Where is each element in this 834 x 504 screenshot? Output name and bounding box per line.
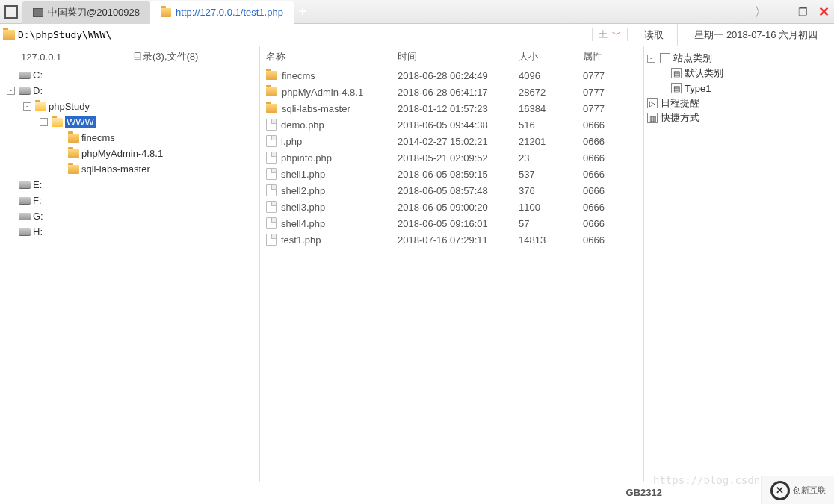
tab-1[interactable]: http://127.0.0.1/test1.php xyxy=(150,1,294,24)
expander-icon xyxy=(7,196,15,205)
minimize-button[interactable]: — xyxy=(771,1,792,22)
tree-label: D: xyxy=(33,85,43,96)
file-attr: 0666 xyxy=(583,202,628,213)
folder-icon xyxy=(35,102,46,111)
collapse-icon[interactable]: - xyxy=(647,55,655,63)
file-list: 名称 时间 大小 属性 finecms2018-06-28 06:24:4940… xyxy=(260,46,644,482)
file-time: 2018-06-05 08:59:15 xyxy=(398,169,519,180)
drive-icon xyxy=(19,72,31,79)
tree-label: phpMyAdmin-4.8.1 xyxy=(81,148,163,159)
sidebar-default-cat[interactable]: ▤ 默认类别 xyxy=(647,66,831,81)
file-time: 2018-07-16 07:29:11 xyxy=(398,234,519,246)
file-name: phpinfo.php xyxy=(281,152,332,164)
file-name: sqli-labs-master xyxy=(282,103,350,114)
tab-0[interactable]: 中国菜刀@20100928 xyxy=(22,1,150,24)
col-header-size[interactable]: 大小 xyxy=(519,50,583,63)
col-header-name[interactable]: 名称 xyxy=(266,50,398,63)
right-sidebar: - 站点类别 ▤ 默认类别 ▤ Type1 ▷ 日程提醒 ▥ 快捷方式 xyxy=(644,46,834,482)
path-dropdown[interactable]: 土 ﹀ xyxy=(592,28,628,41)
tree-row[interactable]: F: xyxy=(0,193,259,208)
expander-icon[interactable]: - xyxy=(40,118,48,126)
logo-text: 创新互联 xyxy=(793,485,826,496)
file-name: l.php xyxy=(281,136,302,147)
brand-logo: ✕ 创新互联 xyxy=(761,476,834,504)
file-attr: 0666 xyxy=(583,218,628,229)
tree-row[interactable]: -WWW xyxy=(0,114,259,130)
file-size: 16384 xyxy=(519,103,583,114)
expander-icon[interactable]: - xyxy=(23,102,31,111)
tree-label: finecms xyxy=(81,132,115,143)
titlebar: 中国菜刀@20100928http://127.0.0.1/test1.php … xyxy=(0,0,834,24)
file-icon xyxy=(266,234,277,246)
expander-icon xyxy=(56,165,64,173)
more-icon[interactable]: 〉 xyxy=(750,1,771,22)
file-row[interactable]: shell1.php2018-06-05 08:59:155370666 xyxy=(260,166,643,182)
file-icon xyxy=(266,217,277,229)
col-header-time[interactable]: 时间 xyxy=(398,50,519,63)
encoding-label: GB2312 xyxy=(626,487,662,498)
tree-row[interactable]: -D: xyxy=(0,83,259,99)
file-row[interactable]: phpMyAdmin-4.8.12018-06-28 06:41:1728672… xyxy=(260,84,643,100)
file-time: 2018-06-05 09:00:20 xyxy=(398,202,519,213)
col-header-attr[interactable]: 属性 xyxy=(583,50,628,63)
file-name: shell4.php xyxy=(281,218,325,229)
file-row[interactable]: shell2.php2018-06-05 08:57:483760666 xyxy=(260,182,643,199)
tree-row[interactable]: finecms xyxy=(0,130,259,146)
tree-row[interactable]: phpMyAdmin-4.8.1 xyxy=(0,146,259,161)
file-time: 2018-06-05 09:16:01 xyxy=(398,218,519,229)
sidebar-schedule[interactable]: ▷ 日程提醒 xyxy=(647,96,831,111)
file-size: 516 xyxy=(519,119,583,131)
file-row[interactable]: demo.php2018-06-05 09:44:385160666 xyxy=(260,116,643,133)
file-time: 2014-02-27 15:02:21 xyxy=(398,136,519,147)
file-row[interactable]: finecms2018-06-28 06:24:4940960777 xyxy=(260,67,643,84)
file-name: demo.php xyxy=(281,119,324,131)
file-row[interactable]: sqli-labs-master2018-01-12 01:57:2316384… xyxy=(260,100,643,116)
maximize-button[interactable]: ❐ xyxy=(792,1,813,22)
file-size: 21201 xyxy=(519,136,583,147)
expander-icon xyxy=(56,149,64,158)
folder-icon xyxy=(68,149,79,158)
file-attr: 0777 xyxy=(583,103,628,114)
file-list-header: 名称 时间 大小 属性 xyxy=(260,46,643,67)
file-name: phpMyAdmin-4.8.1 xyxy=(282,87,363,98)
tree-row[interactable]: H: xyxy=(0,224,259,240)
sidebar-site-cat[interactable]: - 站点类别 xyxy=(647,51,831,66)
drive-icon xyxy=(19,87,31,95)
tab-label: http://127.0.0.1/test1.php xyxy=(176,7,283,18)
tree-label: F: xyxy=(33,195,42,206)
file-size: 23 xyxy=(519,152,583,164)
tree-label: H: xyxy=(33,226,43,237)
path-input[interactable] xyxy=(18,29,589,40)
sidebar-type1[interactable]: ▤ Type1 xyxy=(647,81,831,96)
tree-label: C: xyxy=(33,69,43,81)
doc-icon: ▤ xyxy=(671,68,682,78)
folder-icon xyxy=(161,8,171,17)
file-row[interactable]: l.php2014-02-27 15:02:21212010666 xyxy=(260,133,643,149)
sidebar-shortcut[interactable]: ▥ 快捷方式 xyxy=(647,111,831,125)
file-row[interactable]: shell3.php2018-06-05 09:00:2011000666 xyxy=(260,199,643,215)
tree-row[interactable]: G: xyxy=(0,208,259,224)
tree-row[interactable]: sqli-labs-master xyxy=(0,161,259,177)
expander-icon[interactable]: - xyxy=(7,87,15,95)
tab-add-button[interactable]: + xyxy=(294,4,312,19)
tree-row[interactable]: -phpStudy xyxy=(0,99,259,114)
main: 127.0.0.1 目录(3),文件(8) C:-D:-phpStudy-WWW… xyxy=(0,46,834,482)
read-button[interactable]: 读取 xyxy=(631,24,678,46)
file-row[interactable]: test1.php2018-07-16 07:29:11148130666 xyxy=(260,231,643,248)
file-icon xyxy=(266,184,277,196)
folder-icon xyxy=(3,30,15,40)
file-time: 2018-01-12 01:57:23 xyxy=(398,103,519,114)
file-name: finecms xyxy=(282,70,315,81)
tree-row[interactable]: C: xyxy=(0,67,259,83)
file-name: shell3.php xyxy=(281,202,325,213)
file-attr: 0666 xyxy=(583,119,628,131)
doc-icon: ▤ xyxy=(671,83,682,93)
tree-row[interactable]: E: xyxy=(0,177,259,193)
file-row[interactable]: shell4.php2018-06-05 09:16:01570666 xyxy=(260,215,643,231)
tree-header-host: 127.0.0.1 xyxy=(21,52,133,63)
close-button[interactable]: ✕ xyxy=(813,1,834,22)
tree-header-summary: 目录(3),文件(8) xyxy=(133,50,198,63)
file-size: 1100 xyxy=(519,202,583,213)
expander-icon xyxy=(7,181,15,189)
file-row[interactable]: phpinfo.php2018-05-21 02:09:52230666 xyxy=(260,149,643,166)
